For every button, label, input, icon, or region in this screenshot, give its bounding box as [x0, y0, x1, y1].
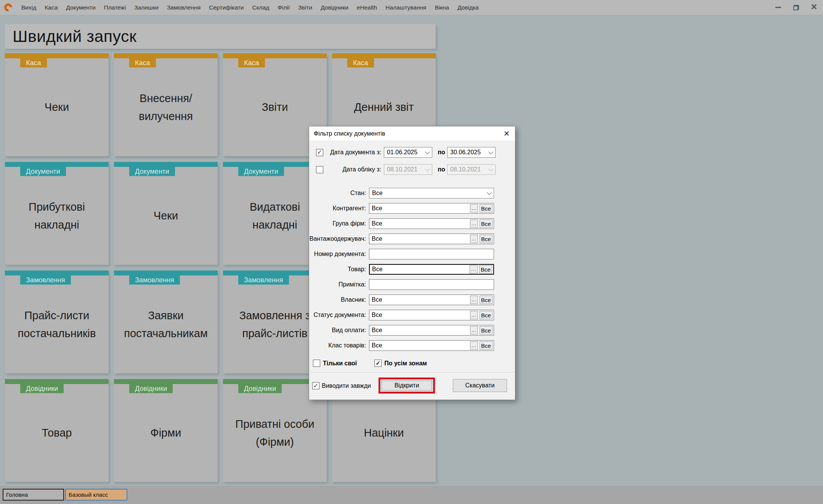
- filter-field-row-10: Клас товарів:Все...Все: [309, 340, 515, 351]
- quick-tile-4[interactable]: ДокументиПрибуткові накладні: [5, 162, 109, 265]
- always-show-checkbox[interactable]: [312, 382, 319, 389]
- text-input-4[interactable]: [369, 249, 494, 259]
- quick-tile-9[interactable]: ЗамовленняЗаявки постачальникам: [114, 270, 218, 373]
- dialog-close-icon[interactable]: ×: [498, 126, 515, 141]
- all-button[interactable]: Все: [480, 311, 493, 319]
- filter-fields: Стан:ВсеКонтрагент:Все...ВсеГрупа фірм:В…: [309, 188, 515, 355]
- filter-field-row-2: Група фірм:Все...Все: [309, 218, 515, 229]
- ellipsis-button[interactable]: ...: [470, 341, 478, 350]
- all-button[interactable]: Все: [480, 235, 493, 243]
- menu-item-1[interactable]: Каса: [40, 0, 62, 15]
- page-title: Швидкий запуск: [5, 27, 136, 46]
- minimize-button[interactable]: [769, 0, 787, 15]
- quick-tile-0[interactable]: КасаЧеки: [5, 53, 109, 156]
- menu-item-7[interactable]: Склад: [248, 0, 273, 15]
- date-to-combobox-1[interactable]: 08.10.2021: [447, 164, 496, 175]
- restore-icon: [793, 5, 799, 10]
- menu-items: ВихідКасаДокументиПлатежіЗалишкиЗамовлен…: [17, 0, 483, 15]
- quick-tile-1[interactable]: КасаВнесення/вилучення: [114, 53, 218, 156]
- always-show-option[interactable]: Виводити завжди: [312, 382, 371, 389]
- chevron-down-icon: [488, 166, 493, 171]
- lookup-field-10[interactable]: Все...Все: [369, 340, 494, 351]
- option-1[interactable]: По усім зонам: [374, 360, 427, 367]
- lookup-field-2[interactable]: Все...Все: [369, 218, 494, 229]
- dialog-titlebar: Фільтр списку документів ×: [309, 126, 515, 141]
- text-input-6[interactable]: [369, 279, 494, 290]
- date-from-combobox-0[interactable]: 01.06.2025: [384, 147, 432, 158]
- menu-item-13[interactable]: Вікна: [430, 0, 453, 15]
- option-checkbox-0[interactable]: [313, 360, 320, 367]
- lookup-field-1[interactable]: Все...Все: [369, 203, 494, 214]
- ellipsis-button[interactable]: ...: [470, 311, 478, 319]
- menu-item-9[interactable]: Звіти: [294, 0, 316, 15]
- all-button[interactable]: Все: [480, 204, 493, 213]
- date-from-value: 08.10.2021: [387, 166, 417, 173]
- all-button[interactable]: Все: [480, 219, 493, 228]
- menu-item-6[interactable]: Сертифікати: [205, 0, 248, 15]
- tile-category-strip: [5, 379, 109, 384]
- lookup-field-9[interactable]: Все...Все: [369, 325, 494, 336]
- date-to-combobox-0[interactable]: 30.06.2025: [447, 147, 496, 158]
- all-button[interactable]: Все: [480, 296, 493, 304]
- all-button[interactable]: Все: [480, 326, 493, 334]
- menu-bar: ВихідКасаДокументиПлатежіЗалишкиЗамовлен…: [0, 0, 823, 15]
- menu-item-14[interactable]: Довідка: [453, 0, 483, 15]
- lookup-value: Все: [369, 312, 470, 318]
- close-button[interactable]: ×: [805, 0, 823, 15]
- lookup-field-5[interactable]: Все...Все: [369, 264, 494, 275]
- field-label: Контрагент:: [309, 205, 369, 212]
- lookup-field-3[interactable]: Все...Все: [369, 234, 494, 244]
- menu-item-4[interactable]: Залишки: [130, 0, 163, 15]
- taskbar-tab-1[interactable]: Базовый класс: [65, 489, 127, 501]
- menu-item-3[interactable]: Платежі: [100, 0, 130, 15]
- chevron-down-icon: [425, 149, 430, 154]
- menu-item-0[interactable]: Вихід: [17, 0, 40, 15]
- restore-button[interactable]: [787, 0, 805, 15]
- menu-item-11[interactable]: eHealth: [353, 0, 381, 15]
- lookup-field-8[interactable]: Все...Все: [369, 310, 494, 320]
- ellipsis-button[interactable]: ...: [470, 235, 478, 243]
- menu-item-2[interactable]: Документи: [62, 0, 99, 15]
- menu-item-5[interactable]: Замовлення: [163, 0, 205, 15]
- filter-field-row-0: Стан:Все: [309, 188, 515, 198]
- close-icon: ×: [811, 2, 817, 12]
- state-select[interactable]: Все: [369, 188, 494, 198]
- window-controls: ×: [769, 0, 823, 15]
- all-button[interactable]: Все: [480, 341, 493, 350]
- lookup-value: Все: [369, 296, 470, 303]
- date-filter-checkbox-0[interactable]: [316, 149, 323, 156]
- all-button[interactable]: Все: [479, 265, 492, 274]
- date-filter-checkbox-1[interactable]: [316, 166, 323, 173]
- menu-item-12[interactable]: Налаштування: [381, 0, 430, 15]
- dialog-title: Фільтр списку документів: [309, 130, 385, 137]
- filter-field-row-5: Товар:Все...Все: [309, 264, 515, 275]
- date-from-combobox-1[interactable]: 08.10.2021: [384, 164, 432, 175]
- quick-tile-8[interactable]: ЗамовленняПрайс-листи постачальників: [5, 270, 109, 373]
- ellipsis-button[interactable]: ...: [470, 296, 478, 304]
- ellipsis-button[interactable]: ...: [470, 326, 478, 334]
- lookup-field-7[interactable]: Все...Все: [369, 294, 494, 305]
- open-button[interactable]: Відкрити: [380, 379, 433, 392]
- quick-tile-13[interactable]: ДовідникиФірми: [114, 379, 218, 482]
- taskbar-tab-0[interactable]: Головна: [3, 489, 64, 501]
- ellipsis-button[interactable]: ...: [470, 204, 478, 213]
- chevron-down-icon: [488, 149, 493, 154]
- field-label: Вантажоодержувач:: [309, 235, 369, 242]
- ellipsis-button[interactable]: ...: [470, 265, 478, 274]
- field-label: Номер документа:: [309, 251, 369, 258]
- always-show-label: Виводити завжди: [322, 382, 371, 389]
- cancel-button[interactable]: Скасувати: [453, 379, 507, 392]
- menu-item-8[interactable]: Філії: [273, 0, 294, 15]
- dialog-footer: Виводити завжди Відкрити Скасувати: [309, 373, 515, 400]
- field-label: Стан:: [309, 190, 369, 197]
- option-label: По усім зонам: [384, 360, 427, 367]
- minimize-icon: [775, 7, 781, 8]
- date-from-value: 01.06.2025: [387, 149, 417, 156]
- quick-tile-5[interactable]: ДокументиЧеки: [114, 162, 218, 265]
- option-label: Тільки свої: [323, 360, 357, 367]
- menu-item-10[interactable]: Довідники: [316, 0, 353, 15]
- option-0[interactable]: Тільки свої: [313, 360, 357, 367]
- ellipsis-button[interactable]: ...: [470, 219, 478, 228]
- quick-tile-12[interactable]: ДовідникиТовар: [5, 379, 109, 482]
- option-checkbox-1[interactable]: [374, 360, 382, 367]
